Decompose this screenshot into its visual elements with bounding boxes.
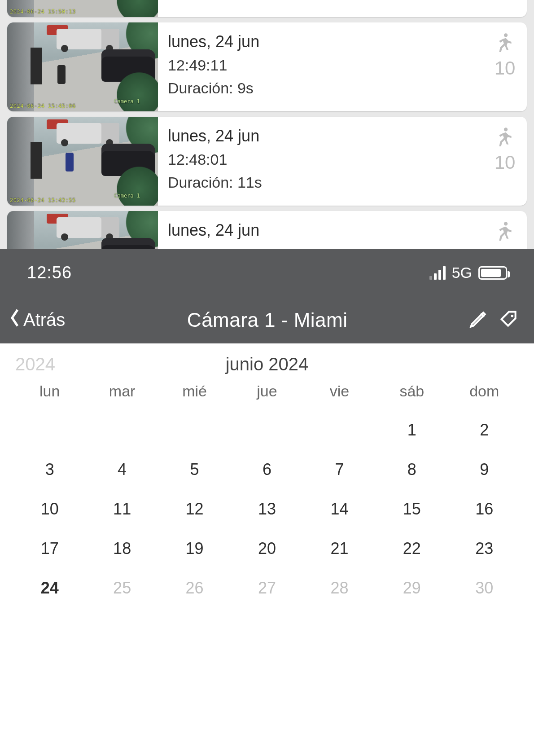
calendar-dow: lun <box>13 382 86 404</box>
network-label: 5G <box>452 264 472 281</box>
running-person-icon <box>494 219 516 243</box>
event-time: 12:48:01 <box>168 151 519 168</box>
calendar-dow: mié <box>158 382 231 404</box>
calendar-day[interactable]: 19 <box>158 536 231 562</box>
calendar-day[interactable]: 3 <box>13 457 86 483</box>
battery-icon <box>478 266 507 280</box>
calendar-day[interactable]: 16 <box>448 496 521 522</box>
calendar-dow: dom <box>448 382 521 404</box>
motion-badge: 10 <box>494 31 516 79</box>
motion-badge <box>494 219 516 243</box>
event-duration: Duración: 11s <box>168 174 519 191</box>
event-time: 12:49:11 <box>168 57 519 74</box>
event-card[interactable]: 2024-06-24 15:50:13 <box>7 0 527 17</box>
event-date: lunes, 24 jun <box>168 221 519 240</box>
calendar-day[interactable]: 12 <box>158 496 231 522</box>
event-thumbnail: Camera 1 2024-06-24 15:43:55 <box>7 117 158 206</box>
status-time: 12:56 <box>27 263 72 282</box>
status-bar: 12:56 5G <box>0 249 534 296</box>
event-info: lunes, 24 jun 12:49:11 Duración: 9s 10 <box>158 22 527 111</box>
calendar-day[interactable]: 13 <box>231 496 303 522</box>
calendar-dow: jue <box>231 382 303 404</box>
calendar-day[interactable]: 14 <box>303 496 376 522</box>
calendar-day[interactable]: 17 <box>13 536 86 562</box>
calendar-day[interactable]: 11 <box>86 496 158 522</box>
event-card[interactable]: Camera 1 2024-06-24 15:43:55 lunes, 24 j… <box>7 117 527 206</box>
calendar-day[interactable]: 23 <box>448 536 521 562</box>
pencil-icon <box>468 309 488 331</box>
calendar-day[interactable]: 4 <box>86 457 158 483</box>
calendar-day[interactable]: 20 <box>231 536 303 562</box>
calendar-dow: sáb <box>376 382 448 404</box>
event-card[interactable]: lunes, 24 jun <box>7 211 527 249</box>
motion-count: 10 <box>495 152 516 173</box>
calendar-day[interactable]: 15 <box>376 496 448 522</box>
motion-badge: 10 <box>494 125 516 173</box>
calendar-day[interactable]: 7 <box>303 457 376 483</box>
event-info: lunes, 24 jun <box>158 211 527 249</box>
calendar-day[interactable]: 1 <box>376 417 448 443</box>
thumbnail-camera-label: Camera 1 <box>114 99 140 104</box>
calendar-day[interactable]: 6 <box>231 457 303 483</box>
calendar-day[interactable]: 21 <box>303 536 376 562</box>
calendar-day[interactable]: 24 <box>13 575 86 601</box>
svg-point-0 <box>511 314 514 317</box>
calendar-day[interactable]: 2 <box>448 417 521 443</box>
thumbnail-camera-label: Camera 1 <box>114 193 140 198</box>
secondary-screen: 12:56 5G Atrás Cámara 1 - Miami <box>0 249 534 756</box>
event-thumbnail: 2024-06-24 15:50:13 <box>7 0 158 17</box>
calendar-month-label: junio 2024 <box>15 354 519 374</box>
motion-count: 10 <box>495 57 516 79</box>
calendar-dow: mar <box>86 382 158 404</box>
running-person-icon <box>494 125 516 149</box>
calendar-day[interactable]: 30 <box>448 575 521 601</box>
calendar-day[interactable]: 28 <box>303 575 376 601</box>
tag-button[interactable] <box>495 306 523 334</box>
event-date: lunes, 24 jun <box>168 32 519 51</box>
calendar-day[interactable]: 8 <box>376 457 448 483</box>
calendar-day[interactable]: 5 <box>158 457 231 483</box>
chevron-left-icon <box>9 308 21 332</box>
calendar-day[interactable]: 26 <box>158 575 231 601</box>
event-thumbnail <box>7 211 158 249</box>
calendar-day[interactable]: 22 <box>376 536 448 562</box>
event-thumbnail: Camera 1 2024-06-24 15:45:06 <box>7 22 158 111</box>
event-card[interactable]: Camera 1 2024-06-24 15:45:06 lunes, 24 j… <box>7 22 527 111</box>
nav-bar: Atrás Cámara 1 - Miami <box>0 296 534 343</box>
calendar-grid: lunmarmiéjueviesábdom1234567891011121314… <box>0 379 534 609</box>
calendar-day[interactable]: 25 <box>86 575 158 601</box>
calendar-day[interactable]: 27 <box>231 575 303 601</box>
events-list: 2024-06-24 15:50:13 Camera 1 2024-06-24 … <box>0 0 534 249</box>
event-duration: Duración: 9s <box>168 79 519 97</box>
thumbnail-timestamp: 2024-06-24 15:43:55 <box>10 198 76 203</box>
page-title: Cámara 1 - Miami <box>72 309 462 331</box>
back-label: Atrás <box>23 310 65 330</box>
thumbnail-timestamp: 2024-06-24 15:50:13 <box>10 9 76 14</box>
calendar-day[interactable]: 9 <box>448 457 521 483</box>
running-person-icon <box>494 31 516 55</box>
thumbnail-timestamp: 2024-06-24 15:45:06 <box>10 103 76 109</box>
event-date: lunes, 24 jun <box>168 127 519 145</box>
calendar-day[interactable]: 18 <box>86 536 158 562</box>
calendar-header: 2024 junio 2024 <box>0 343 534 379</box>
calendar-day[interactable]: 29 <box>376 575 448 601</box>
calendar-day[interactable]: 10 <box>13 496 86 522</box>
event-info: lunes, 24 jun 12:48:01 Duración: 11s 10 <box>158 117 527 206</box>
edit-button[interactable] <box>464 306 493 334</box>
back-button[interactable]: Atrás <box>4 304 70 335</box>
signal-icon <box>429 266 446 280</box>
calendar-dow: vie <box>303 382 376 404</box>
tag-icon <box>499 309 519 331</box>
